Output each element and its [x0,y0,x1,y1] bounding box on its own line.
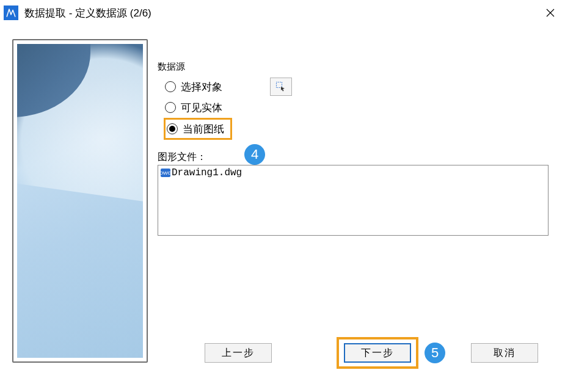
prev-button[interactable]: 上一步 [205,343,272,363]
titlebar: 数据提取 - 定义数据源 (2/6) [0,0,565,26]
preview-frame [12,39,148,363]
form-pane: 数据源 选择对象 可见实体 当前图纸 4 [148,35,553,392]
callout-badge-5: 5 [425,343,445,363]
close-button[interactable] [536,0,565,26]
next-button-highlight: 下一步 [337,337,418,369]
file-name: Drawing1.dwg [172,167,242,178]
drawing-files-list[interactable]: DWG Drawing1.dwg [158,165,549,236]
dialog-body: 数据源 选择对象 可见实体 当前图纸 4 [0,26,565,392]
datasource-group-label: 数据源 [158,61,553,73]
radio-icon-checked [167,123,178,134]
list-item[interactable]: DWG Drawing1.dwg [161,167,545,179]
close-icon [546,9,555,17]
radio-icon [165,102,176,113]
preview-image [17,44,143,358]
cancel-button[interactable]: 取消 [471,343,538,363]
dwg-file-icon: DWG [161,169,170,177]
next-button[interactable]: 下一步 [344,343,411,363]
preview-pane [12,39,148,392]
radio-icon [165,81,176,92]
select-objects-button[interactable] [270,78,292,96]
selection-icon [275,81,286,92]
drawing-files-label: 图形文件： [158,151,553,164]
app-icon [4,5,18,20]
radio-label-visible-entities: 可见实体 [181,101,222,115]
datasource-radio-group: 选择对象 可见实体 当前图纸 [158,76,553,140]
callout-badge-4: 4 [244,144,265,165]
window-title: 数据提取 - 定义数据源 (2/6) [24,6,536,20]
radio-label-current-drawing: 当前图纸 [183,122,224,136]
dialog-footer: 上一步 下一步 5 取消 [148,337,553,369]
radio-label-select-objects: 选择对象 [181,80,222,94]
radio-row-visible-entities[interactable]: 可见实体 [165,97,553,118]
radio-row-select-objects[interactable]: 选择对象 [165,76,553,97]
radio-row-current-drawing[interactable]: 当前图纸 [164,118,232,140]
